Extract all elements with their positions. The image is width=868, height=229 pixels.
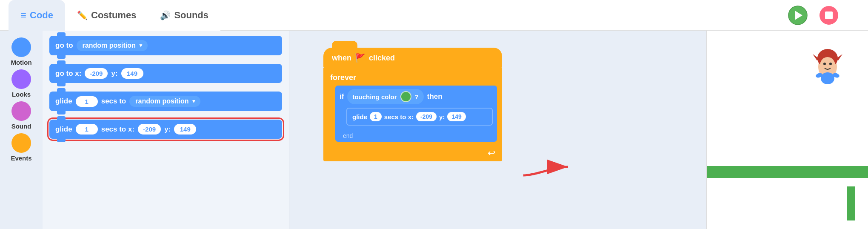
forever-block[interactable]: forever if touching color ? then <box>323 68 502 161</box>
looks-circle <box>11 69 31 89</box>
main-layout: Motion Looks Sound Events go to random p… <box>0 31 868 229</box>
tab-costumes-label: Costumes <box>91 10 136 21</box>
script-blocks: when 🚩 when clicked clicked forever if t… <box>323 48 502 161</box>
green-platform <box>707 166 868 178</box>
glide-script-y[interactable]: 149 <box>447 112 465 121</box>
touching-color-label: touching color <box>352 93 397 100</box>
glide-secs-label: secs to <box>101 97 126 106</box>
stop-button[interactable] <box>819 6 838 25</box>
svg-point-7 <box>823 63 826 65</box>
if-bottom-label: end <box>340 132 493 140</box>
sound-circle <box>11 101 31 121</box>
motion-circle <box>11 37 31 57</box>
sidebar: Motion Looks Sound Events <box>0 31 43 229</box>
dropdown-arrow-icon: ▼ <box>138 43 143 49</box>
glide-dropdown-arrow: ▼ <box>191 98 197 104</box>
svg-point-8 <box>829 63 832 65</box>
top-bar: ≡ Code ✏️ Costumes 🔊 Sounds <box>0 0 868 31</box>
sidebar-looks-label: Looks <box>12 91 31 98</box>
costumes-icon: ✏️ <box>77 10 88 20</box>
code-icon: ≡ <box>20 9 26 21</box>
arrow-indicator <box>519 154 574 181</box>
if-block[interactable]: if touching color ? then glide 1 sec <box>335 86 497 142</box>
preview-area <box>706 31 868 229</box>
when-label: when <box>332 54 351 63</box>
svg-point-6 <box>820 57 835 74</box>
glide-xy-y[interactable]: 149 <box>174 124 196 135</box>
forever-label: forever <box>323 72 502 86</box>
loop-arrow-icon: ↩ <box>488 148 495 159</box>
glide-dropdown[interactable]: random position ▼ <box>129 96 200 107</box>
sidebar-events-label: Events <box>11 155 31 162</box>
tab-costumes[interactable]: ✏️ Costumes <box>65 0 148 31</box>
color-swatch[interactable] <box>400 91 411 102</box>
tab-sounds-label: Sounds <box>174 10 208 21</box>
glide-to-label: glide <box>55 97 72 106</box>
goto-xy-block[interactable]: go to x: -209 y: 149 <box>49 64 282 83</box>
glide-script-x[interactable]: -209 <box>416 112 437 121</box>
sidebar-item-sound[interactable]: Sound <box>2 101 40 130</box>
sprite-svg <box>808 43 847 86</box>
loop-bottom: ↩ <box>323 145 502 161</box>
script-area: when 🚩 when clicked clicked forever if t… <box>289 31 706 229</box>
goto-y-label: y: <box>111 69 117 78</box>
svg-rect-2 <box>825 11 833 19</box>
goto-random-block[interactable]: go to random position ▼ <box>49 36 282 55</box>
glide-xy-label: glide <box>55 125 72 134</box>
goto-y-value[interactable]: 149 <box>121 68 143 79</box>
glide-xy-block[interactable]: glide 1 secs to x: -209 y: 149 <box>49 120 282 139</box>
sidebar-item-events[interactable]: Events <box>2 133 40 162</box>
glide-secs-to-label: secs to x: <box>384 113 414 120</box>
glide-script-label: glide <box>352 113 367 120</box>
sidebar-item-motion[interactable]: Motion <box>2 37 40 66</box>
when-clicked-block[interactable]: when 🚩 when clicked clicked <box>323 48 502 68</box>
sidebar-motion-label: Motion <box>11 59 31 66</box>
green-bar-small <box>847 186 855 220</box>
if-label: if <box>340 92 344 101</box>
then-label: then <box>427 92 443 101</box>
goto-xy-label: go to x: <box>55 69 81 78</box>
green-flag-button[interactable] <box>787 5 808 26</box>
glide-xy-secs-label: secs to x: <box>101 125 134 134</box>
goto-x-value[interactable]: -209 <box>85 68 108 79</box>
glide-xy-y-label: y: <box>164 125 171 134</box>
glide-script-block[interactable]: glide 1 secs to x: -209 y: 149 <box>346 108 493 126</box>
glide-to-secs[interactable]: 1 <box>76 96 98 107</box>
if-header: if touching color ? then <box>340 89 493 104</box>
glide-xy-secs[interactable]: 1 <box>76 124 98 135</box>
goto-label: go to <box>55 41 73 50</box>
question-mark: ? <box>415 93 419 100</box>
flag-icon: 🚩 <box>355 53 365 63</box>
tab-code-label: Code <box>30 10 53 21</box>
sidebar-sound-label: Sound <box>11 123 31 130</box>
glide-xy-x[interactable]: -209 <box>138 124 161 135</box>
events-circle <box>11 133 31 153</box>
tab-code[interactable]: ≡ Code <box>9 0 65 31</box>
random-position-dropdown[interactable]: random position ▼ <box>77 40 148 51</box>
hat-block[interactable]: when 🚩 when clicked clicked <box>323 48 502 68</box>
sidebar-item-looks[interactable]: Looks <box>2 69 40 98</box>
block-panel: go to random position ▼ go to x: -209 y:… <box>43 31 289 229</box>
sounds-icon: 🔊 <box>160 10 171 20</box>
glide-y-script-label: y: <box>439 113 445 120</box>
touching-color-block[interactable]: touching color ? <box>347 89 423 104</box>
sprite-stage <box>707 31 868 229</box>
glide-to-block[interactable]: glide 1 secs to random position ▼ <box>49 92 282 111</box>
glide-script-secs[interactable]: 1 <box>370 112 382 121</box>
svg-point-9 <box>821 72 834 84</box>
tab-sounds[interactable]: 🔊 Sounds <box>148 0 220 31</box>
